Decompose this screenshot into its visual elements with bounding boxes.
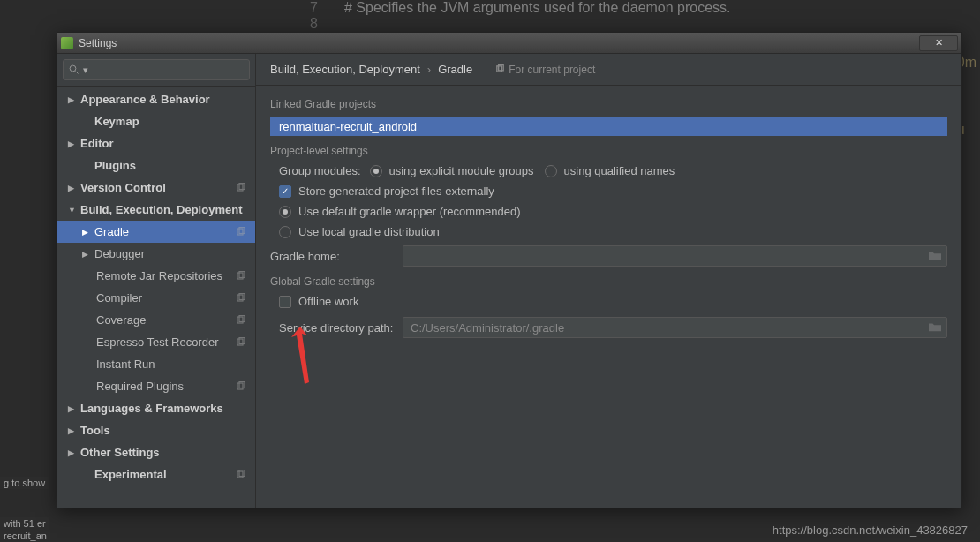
section-global: Global Gradle settings (270, 275, 947, 288)
tree-appearance[interactable]: ▶Appearance & Behavior (57, 88, 255, 110)
tree-vcs[interactable]: ▶Version Control (57, 177, 255, 199)
project-hint: For current project (495, 64, 595, 76)
radio-local-distribution[interactable] (279, 226, 291, 238)
gradle-home-label: Gradle home: (270, 250, 394, 263)
settings-tree: ▶Appearance & Behavior Keymap ▶Editor Pl… (57, 87, 255, 508)
service-path-input[interactable]: C:/Users/Administrator/.gradle (403, 317, 947, 338)
checkbox-store-externally[interactable] (279, 185, 291, 198)
main-panel: Build, Execution, Deployment › Gradle Fo… (256, 54, 961, 508)
search-icon (69, 64, 79, 75)
folder-icon[interactable] (929, 250, 941, 263)
tree-compiler[interactable]: Compiler (57, 287, 255, 309)
copy-icon (236, 227, 246, 237)
tree-languages[interactable]: ▶Languages & Frameworks (57, 397, 255, 419)
tree-debugger[interactable]: ▶Debugger (57, 243, 255, 265)
tree-coverage[interactable]: Coverage (57, 309, 255, 331)
tree-required-plugins[interactable]: Required Plugins (57, 375, 255, 397)
tree-remote-jar[interactable]: Remote Jar Repositories (57, 265, 255, 287)
copy-icon (236, 315, 246, 326)
search-container: ▾ (57, 54, 255, 87)
tree-editor[interactable]: ▶Editor (57, 132, 255, 154)
tree-experimental[interactable]: Experimental (57, 463, 255, 486)
folder-icon[interactable] (929, 321, 941, 335)
settings-dialog: Settings ✕ ▾ ▶Appearance & Behavior Keym… (57, 32, 962, 508)
section-linked-projects: Linked Gradle projects (270, 98, 947, 110)
search-input[interactable]: ▾ (63, 59, 250, 80)
service-path-label: Service directory path: (279, 321, 394, 335)
svg-line-1 (76, 72, 79, 74)
line-number: 7 (291, 0, 318, 16)
radio-qualified-names[interactable] (545, 165, 557, 177)
gradle-home-input[interactable] (403, 245, 947, 267)
radio-label: Use local gradle distribution (298, 225, 440, 238)
copy-icon (236, 293, 246, 304)
close-button[interactable]: ✕ (919, 35, 958, 51)
chevron-right-icon: › (427, 63, 431, 76)
checkbox-offline-work[interactable] (279, 296, 291, 308)
radio-label: using explicit module groups (389, 164, 534, 177)
group-modules-label: Group modules: (279, 164, 361, 177)
tree-plugins[interactable]: Plugins (57, 154, 255, 177)
svg-point-0 (70, 65, 76, 72)
edge-text: g to show (0, 477, 49, 489)
sidebar: ▾ ▶Appearance & Behavior Keymap ▶Editor … (57, 54, 256, 508)
tree-tools[interactable]: ▶Tools (57, 419, 255, 441)
checkbox-label: Offline work (298, 295, 358, 308)
edge-text: recruit_an (0, 530, 50, 542)
copy-icon (495, 64, 505, 74)
checkbox-label: Store generated project files externally (298, 184, 494, 198)
copy-icon (236, 381, 246, 392)
radio-label: using qualified names (564, 164, 675, 177)
copy-icon (236, 470, 246, 480)
search-dropdown-icon: ▾ (83, 64, 88, 76)
tree-instant-run[interactable]: Instant Run (57, 353, 255, 375)
breadcrumb-segment[interactable]: Build, Execution, Deployment (270, 63, 420, 76)
breadcrumb: Build, Execution, Deployment › Gradle Fo… (256, 54, 961, 86)
section-project-level: Project-level settings (270, 145, 947, 157)
radio-explicit-groups[interactable] (370, 165, 382, 177)
radio-label: Use default gradle wrapper (recommended) (298, 205, 520, 218)
dialog-title: Settings (79, 37, 919, 49)
code-comment: # Specifies the JVM arguments used for t… (344, 0, 731, 15)
linked-project-item[interactable]: renmaituan-recruit_android (270, 117, 947, 136)
watermark: https://blog.csdn.net/weixin_43826827 (773, 523, 968, 537)
tree-keymap[interactable]: Keymap (57, 110, 255, 132)
line-number: 8 (291, 16, 318, 32)
tree-build-execution[interactable]: ▼Build, Execution, Deployment (57, 199, 255, 221)
app-logo-icon (61, 37, 73, 49)
tree-espresso[interactable]: Espresso Test Recorder (57, 331, 255, 353)
copy-icon (236, 337, 246, 348)
copy-icon (236, 183, 246, 193)
tree-gradle[interactable]: ▶Gradle (57, 221, 255, 243)
titlebar[interactable]: Settings ✕ (57, 33, 961, 54)
tree-other-settings[interactable]: ▶Other Settings (57, 441, 255, 463)
radio-default-wrapper[interactable] (279, 206, 291, 218)
edge-text: with 51 er (0, 517, 49, 530)
copy-icon (236, 271, 246, 282)
breadcrumb-segment: Gradle (438, 63, 472, 76)
